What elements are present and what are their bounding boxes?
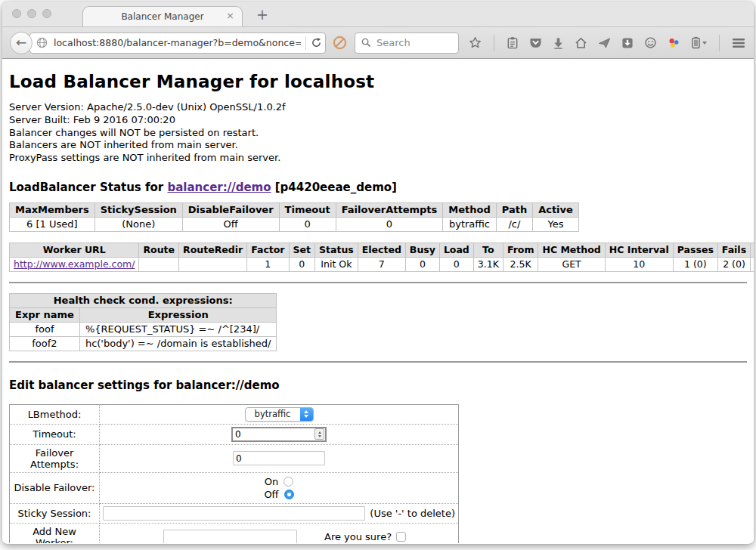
health-table-title: Health check cond. expressions: — [10, 293, 277, 307]
col-method: Method — [443, 202, 496, 217]
search-input[interactable] — [376, 37, 452, 48]
close-window-button[interactable] — [12, 9, 21, 18]
url-text[interactable]: localhost:8880/balancer-manager?b=demo&n… — [54, 37, 301, 48]
val-timeout: 0 — [279, 217, 336, 231]
timeout-label: Timeout: — [10, 424, 100, 444]
toolbar-divider — [494, 35, 494, 51]
col-load: Load — [439, 243, 473, 257]
col-hc-interval: HC Interval — [605, 243, 673, 257]
val-maxmembers: 6 [1 Used] — [10, 217, 95, 231]
disable-failover-off-radio[interactable] — [284, 490, 294, 499]
val-failoverattempts: 0 — [336, 217, 443, 231]
status-data-row: 6 [1 Used] (None) Off 0 0 bytraffic /c/ … — [10, 217, 579, 231]
number-spinner-icon[interactable] — [314, 428, 324, 440]
disable-failover-label: Disable Failover: — [10, 472, 100, 503]
lbmethod-selected-value: bytraffic — [246, 408, 300, 421]
balancer-demo-link[interactable]: balancer://demo — [167, 181, 271, 194]
server-built-line: Server Built: Feb 9 2016 07:00:20 — [9, 114, 747, 127]
adblock-icon[interactable] — [333, 36, 347, 50]
reload-icon[interactable] — [311, 37, 322, 48]
tab-bar: Balancer Manager × + — [2, 2, 754, 26]
col-status: Status — [315, 243, 358, 257]
send-plane-icon[interactable] — [598, 37, 611, 49]
lbmethod-row: LBmethod: bytraffic — [10, 404, 459, 424]
failover-attempts-input[interactable] — [233, 451, 325, 465]
download-icon[interactable] — [553, 37, 564, 49]
col-timeout: Timeout — [279, 202, 336, 217]
val-hc-interval: 10 — [605, 257, 673, 271]
menu-hamburger-icon[interactable] — [732, 38, 745, 48]
col-from: From — [503, 243, 538, 257]
status-header-row: MaxMembers StickySession DisableFailover… — [10, 202, 579, 217]
val-expr-name-1: foof — [10, 322, 80, 336]
toolbar-divider-2 — [719, 35, 720, 51]
add-worker-input[interactable] — [163, 530, 297, 543]
val-routeredir — [179, 257, 247, 271]
save-to-device-icon[interactable] — [621, 37, 634, 49]
search-icon — [361, 38, 371, 48]
battery-device-icon[interactable] — [691, 36, 707, 49]
col-active: Active — [533, 202, 579, 217]
feedback-smiley-icon[interactable] — [644, 37, 657, 49]
back-button[interactable]: ← — [10, 32, 33, 54]
browser-tab[interactable]: Balancer Manager × — [82, 6, 243, 26]
bookmark-star-icon[interactable] — [469, 36, 482, 49]
val-from: 2.5K — [503, 257, 538, 271]
val-method: bytraffic — [443, 217, 496, 231]
status-heading: LoadBalancer Status for balancer://demo … — [9, 181, 747, 194]
col-routeredir: RouteRedir — [179, 243, 247, 257]
server-version-line: Server Version: Apache/2.5.0-dev (Unix) … — [9, 101, 747, 114]
disable-failover-on-radio[interactable] — [284, 477, 293, 487]
balancer-status-table: MaxMembers StickySession DisableFailover… — [9, 202, 579, 232]
val-expression-2: hc('body') =~ /domain is established/ — [79, 336, 277, 351]
val-hc-method: GET — [538, 257, 605, 271]
worker-header-row: Worker URL Route RouteRedir Factor Set S… — [10, 243, 754, 257]
timeout-stepper[interactable] — [231, 427, 327, 442]
col-busy: Busy — [405, 243, 439, 257]
lbmethod-select[interactable]: bytraffic — [245, 407, 314, 422]
colored-dots-addon-icon[interactable] — [668, 37, 680, 49]
edit-balancer-form: LBmethod: bytraffic Timeout: — [9, 404, 459, 543]
home-icon[interactable] — [575, 37, 587, 49]
col-elected: Elected — [358, 243, 405, 257]
val-disablefailover: Off — [182, 217, 279, 231]
val-passes: 1 (0) — [673, 257, 717, 271]
urlbar-divider — [305, 36, 306, 50]
pocket-icon[interactable] — [529, 37, 542, 49]
chevron-down-icon — [702, 42, 707, 45]
worker-url-link[interactable]: http://www.example.com/ — [14, 258, 135, 270]
col-path: Path — [496, 202, 532, 217]
sticky-session-input[interactable] — [103, 506, 365, 521]
val-set: 0 — [289, 257, 314, 271]
new-tab-button[interactable]: + — [256, 8, 268, 22]
val-status: Init Ok — [315, 257, 358, 271]
close-tab-icon[interactable]: × — [226, 11, 234, 20]
navigation-toolbar: ← localhost:8880/balancer-manager?b=demo… — [2, 26, 754, 59]
col-fails: Fails — [717, 243, 750, 257]
browser-window: Balancer Manager × + ← localhost:8880/ba… — [2, 2, 754, 544]
are-you-sure-checkbox[interactable] — [396, 532, 406, 542]
val-to: 3.1K — [473, 257, 503, 271]
col-route: Route — [139, 243, 179, 257]
sticky-session-row: Sticky Session: (Use '-' to delete) — [10, 503, 459, 523]
minimize-window-button[interactable] — [27, 9, 36, 18]
url-bar[interactable]: localhost:8880/balancer-manager?b=demo&n… — [29, 32, 326, 54]
zoom-window-button[interactable] — [42, 9, 51, 18]
radio-on-label: On — [265, 475, 278, 488]
window-controls[interactable] — [12, 9, 51, 18]
col-passes: Passes — [673, 243, 717, 257]
clipboard-icon[interactable] — [507, 36, 519, 49]
failover-attempts-row: Failover Attempts: — [10, 444, 459, 472]
status-heading-prefix: LoadBalancer Status for — [9, 181, 167, 194]
col-stickysession: StickySession — [94, 202, 182, 217]
val-elected: 7 — [358, 257, 405, 271]
val-hc-uri — [751, 257, 754, 271]
search-bar[interactable] — [355, 32, 459, 54]
health-row-foof2: foof2 hc('body') =~ /domain is establish… — [10, 336, 277, 351]
page-content: Load Balancer Manager for localhost Serv… — [2, 59, 754, 543]
proxypass-note-line: ProxyPass settings are NOT inherited fro… — [9, 152, 747, 165]
val-route — [139, 257, 179, 271]
timeout-input[interactable] — [233, 429, 314, 440]
failover-attempts-label: Failover Attempts: — [10, 444, 100, 472]
server-info: Server Version: Apache/2.5.0-dev (Unix) … — [9, 101, 747, 165]
